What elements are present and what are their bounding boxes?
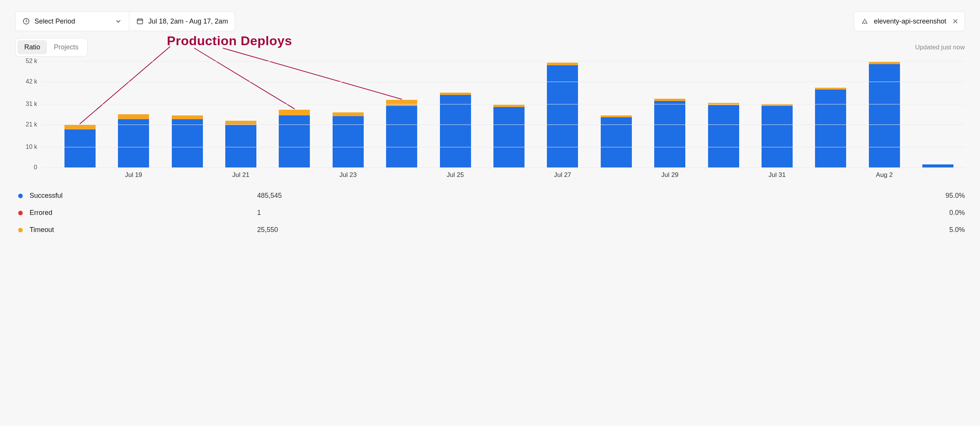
x-tick-label: Jul 21 bbox=[232, 171, 249, 179]
bar-segment-successful bbox=[118, 119, 149, 168]
bar-slot: Aug 2 bbox=[858, 61, 911, 168]
bar[interactable] bbox=[869, 62, 900, 168]
bar-segment-successful bbox=[654, 101, 685, 168]
legend-pct: 95.0% bbox=[945, 192, 965, 200]
bar[interactable] bbox=[225, 121, 256, 168]
date-range-label: Jul 18, 2am - Aug 17, 2am bbox=[148, 18, 228, 26]
bar[interactable] bbox=[332, 112, 364, 168]
bar[interactable] bbox=[601, 115, 632, 168]
grid-line bbox=[42, 81, 965, 82]
bar-segment-successful bbox=[225, 124, 256, 168]
bar[interactable] bbox=[386, 100, 417, 168]
bar-slot bbox=[697, 61, 750, 168]
period-select[interactable]: Select Period bbox=[15, 11, 129, 31]
legend-dot bbox=[18, 211, 23, 215]
bar[interactable] bbox=[172, 115, 203, 168]
bar-segment-timeout bbox=[225, 121, 256, 124]
legend-pct: 0.0% bbox=[949, 209, 965, 217]
legend-label: Errored bbox=[30, 209, 257, 217]
x-tick-label: Jul 31 bbox=[768, 171, 786, 179]
tab-projects[interactable]: Projects bbox=[47, 40, 85, 54]
bar-segment-successful bbox=[815, 89, 846, 168]
chart-area: Jul 19Jul 21Jul 23Jul 25Jul 27Jul 29Jul … bbox=[42, 61, 965, 168]
legend-row: Errored10.0% bbox=[18, 204, 965, 221]
bar-segment-successful bbox=[279, 115, 310, 168]
tab-ratio[interactable]: Ratio bbox=[18, 40, 47, 54]
project-filter-label: eleventy-api-screenshot bbox=[874, 18, 946, 26]
bar[interactable] bbox=[762, 104, 793, 168]
x-tick-label: Jul 23 bbox=[339, 171, 356, 179]
bar-segment-timeout bbox=[279, 110, 310, 115]
bar[interactable] bbox=[654, 99, 685, 168]
date-range-picker[interactable]: Jul 18, 2am - Aug 17, 2am bbox=[129, 11, 235, 31]
bar[interactable] bbox=[279, 110, 310, 168]
y-tick-label: 42 k bbox=[26, 78, 37, 85]
bar-segment-successful bbox=[547, 65, 578, 168]
chevron-down-icon bbox=[115, 18, 122, 25]
bar-slot bbox=[804, 61, 858, 168]
tab-ratio-label: Ratio bbox=[24, 43, 40, 51]
clock-icon bbox=[22, 18, 30, 25]
bar-segment-successful bbox=[493, 107, 525, 168]
bar[interactable] bbox=[815, 88, 846, 168]
project-filter-pill[interactable]: eleventy-api-screenshot bbox=[854, 11, 965, 31]
bar-slot bbox=[53, 61, 107, 168]
view-tabs: Ratio Projects bbox=[15, 38, 88, 57]
legend-pct: 5.0% bbox=[949, 226, 965, 234]
y-tick-label: 52 k bbox=[26, 58, 37, 65]
bar-slot: Jul 23 bbox=[321, 61, 375, 168]
y-tick-label: 0 bbox=[34, 164, 37, 171]
x-tick-label: Jul 25 bbox=[447, 171, 464, 179]
y-tick-label: 31 k bbox=[26, 101, 37, 107]
bar-slot: Jul 27 bbox=[536, 61, 589, 168]
tab-projects-label: Projects bbox=[54, 43, 78, 51]
bar-slot: Jul 21 bbox=[214, 61, 267, 168]
bar[interactable] bbox=[493, 105, 525, 168]
period-select-label: Select Period bbox=[35, 18, 75, 26]
grid-line bbox=[42, 147, 965, 147]
bar-segment-successful bbox=[708, 105, 739, 168]
bar-slot: Jul 31 bbox=[750, 61, 803, 168]
bar-segment-successful bbox=[762, 106, 793, 168]
bar-segment-timeout bbox=[332, 112, 364, 116]
bar-segment-timeout bbox=[386, 100, 417, 106]
svg-rect-1 bbox=[137, 19, 143, 24]
grid-line bbox=[42, 104, 965, 104]
legend-count: 1 bbox=[257, 209, 949, 217]
bar-slot: Jul 19 bbox=[107, 61, 160, 168]
bar-segment-timeout bbox=[64, 124, 95, 129]
legend-label: Successful bbox=[30, 192, 257, 200]
x-tick-label: Jul 19 bbox=[125, 171, 142, 179]
project-logo-icon bbox=[861, 18, 869, 25]
bar-segment-successful bbox=[440, 95, 471, 168]
annotation-label: Production Deploys bbox=[167, 34, 292, 48]
legend-label: Timeout bbox=[30, 226, 257, 234]
legend: Successful485,54595.0%Errored10.0%Timeou… bbox=[18, 187, 965, 238]
grid-line bbox=[42, 124, 965, 125]
bar-slot bbox=[912, 61, 965, 168]
bar[interactable] bbox=[708, 103, 739, 168]
calendar-icon bbox=[136, 18, 144, 25]
bar-slot bbox=[161, 61, 214, 168]
bar-segment-successful bbox=[172, 119, 203, 168]
bar-segment-successful bbox=[386, 106, 417, 168]
bar-slot bbox=[589, 61, 643, 168]
bar[interactable] bbox=[547, 63, 578, 168]
x-tick-label: Aug 2 bbox=[876, 171, 893, 179]
close-icon[interactable] bbox=[951, 18, 959, 25]
bar-segment-successful bbox=[332, 116, 364, 168]
grid-line bbox=[42, 168, 965, 168]
bar[interactable] bbox=[922, 164, 953, 168]
bar-slot bbox=[482, 61, 536, 168]
grid-line bbox=[42, 61, 965, 62]
bar-slot: Jul 25 bbox=[429, 61, 482, 168]
bar-slot bbox=[268, 61, 321, 168]
bar[interactable] bbox=[64, 124, 95, 168]
y-tick-label: 21 k bbox=[26, 121, 37, 128]
bar-slot: Jul 29 bbox=[643, 61, 696, 168]
bar-segment-successful bbox=[64, 129, 95, 168]
bar-segment-timeout bbox=[172, 115, 203, 120]
updated-label: Updated just now bbox=[915, 44, 965, 51]
bar[interactable] bbox=[118, 114, 149, 168]
legend-dot bbox=[18, 194, 23, 198]
